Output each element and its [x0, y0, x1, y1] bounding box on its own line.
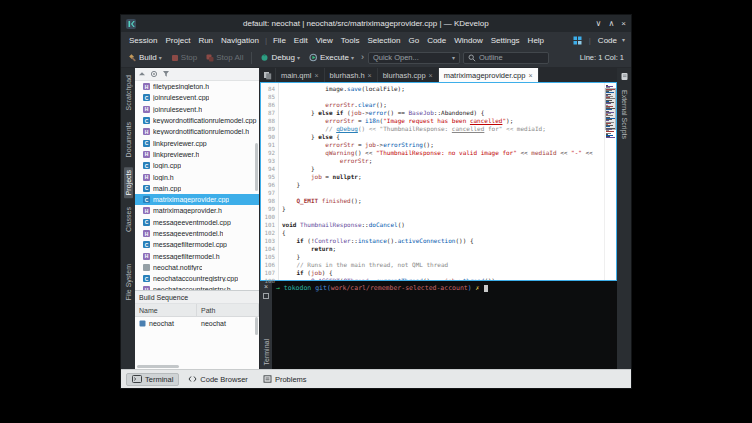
locate-document-icon[interactable]: [150, 70, 158, 78]
dock-tab-projects[interactable]: Projects: [124, 167, 133, 198]
outline-input[interactable]: Outline: [463, 52, 549, 64]
line-number: 97: [261, 189, 275, 197]
tree-item-messageeventmodel-h[interactable]: Hmessageeventmodel.h: [135, 228, 259, 239]
minimap-scrollbar[interactable]: [604, 83, 616, 280]
doc-tab-main-qml[interactable]: main.qml×: [276, 68, 325, 82]
tree-item-messagefiltermodel-cpp[interactable]: Cmessagefiltermodel.cpp: [135, 239, 259, 250]
debug-button[interactable]: Debug▾: [257, 52, 303, 63]
menu-selection[interactable]: Selection: [364, 36, 405, 45]
detach-icon[interactable]: [263, 293, 269, 299]
doc-tab-blurhash-h[interactable]: blurhash.h×: [325, 68, 378, 82]
h-file-icon: H: [143, 253, 150, 260]
menu-edit[interactable]: Edit: [290, 36, 312, 45]
tree-item-joinrulesevent-cpp[interactable]: Cjoinrulesevent.cpp: [135, 92, 259, 103]
close-icon[interactable]: ×: [314, 72, 318, 79]
terminal-dock-tab[interactable]: Terminal: [263, 339, 270, 365]
close-button[interactable]: ×: [621, 20, 626, 28]
file-name: linkpreviewer.h: [153, 151, 199, 158]
line-number: 108: [261, 277, 275, 285]
tree-item-messageeventmodel-cpp[interactable]: Cmessageeventmodel.cpp: [135, 217, 259, 228]
menu-help[interactable]: Help: [524, 36, 548, 45]
terminal-screen[interactable]: → tokodon git(work/carl/remember-selecte…: [272, 281, 617, 369]
build-sequence-vscrollbar[interactable]: [255, 317, 258, 335]
stop-all-button[interactable]: Stop All: [203, 52, 246, 63]
build-sequence-title: Build Sequence: [135, 291, 259, 304]
tree-item-linkpreviewer-h[interactable]: Hlinkpreviewer.h: [135, 149, 259, 160]
line-number: 107: [261, 269, 275, 277]
tree-scrollbar[interactable]: [255, 143, 258, 191]
build-button[interactable]: Build▾: [125, 52, 165, 63]
menu-run[interactable]: Run: [194, 36, 217, 45]
code-editor[interactable]: 8485868788899091929394959697989910010110…: [260, 82, 617, 281]
code-line: errorStr.clear();: [282, 101, 604, 109]
build-sequence-hscrollbar[interactable]: [137, 365, 179, 368]
tree-item-keywordnotificationrulemodel-h[interactable]: Hkeywordnotificationrulemodel.h: [135, 126, 259, 137]
dock-tab-classes[interactable]: Classes: [124, 204, 133, 235]
dock-tab-documents[interactable]: Documents: [124, 119, 133, 160]
terminal-toggle[interactable]: Terminal: [126, 373, 179, 386]
cpp-file-icon: C: [143, 162, 150, 169]
tree-item-main-cpp[interactable]: Cmain.cpp: [135, 183, 259, 194]
menu-code[interactable]: Code: [423, 36, 450, 45]
window-title: default: neochat | neochat/src/matrixima…: [140, 19, 592, 28]
minimize-button[interactable]: ∨: [596, 20, 602, 28]
code-browser-toggle[interactable]: Code Browser: [182, 373, 254, 386]
toolbar-button-label: Build: [139, 53, 157, 62]
tree-item-matriximageprovider-cpp[interactable]: Cmatriximageprovider.cpp: [135, 194, 259, 205]
menu-tools[interactable]: Tools: [337, 36, 364, 45]
dock-tab-file-system[interactable]: File System: [124, 261, 133, 304]
tree-item-joinrulesevent-h[interactable]: Hjoinrulesevent.h: [135, 104, 259, 115]
kdevelop-window: default: neochat | neochat/src/matrixima…: [120, 14, 632, 389]
menu-navigation[interactable]: Navigation: [217, 36, 263, 45]
prompt-segment: →: [276, 284, 284, 292]
doc-tab-matriximageprovider-cpp[interactable]: matriximageprovider.cpp×: [439, 68, 539, 82]
tree-item-keywordnotificationrulemodel-cpp[interactable]: Ckeywordnotificationrulemodel.cpp: [135, 115, 259, 126]
tree-item-messagefiltermodel-h[interactable]: Hmessagefiltermodel.h: [135, 250, 259, 261]
menu-project[interactable]: Project: [161, 36, 194, 45]
menu-settings[interactable]: Settings: [487, 36, 524, 45]
problems-toggle[interactable]: Problems: [257, 373, 313, 386]
toolbar-button-label: Execute: [320, 53, 349, 62]
menu-view[interactable]: View: [312, 36, 337, 45]
dock-tab-scratchpad[interactable]: Scratchpad: [124, 72, 133, 113]
toolbar-overflow-chevron[interactable]: ›: [360, 53, 365, 62]
build-sequence-row[interactable]: neochatneochat: [135, 317, 259, 329]
code-view[interactable]: image.save(localFile); errorStr.clear();…: [279, 83, 604, 280]
dock-tab-external-scripts[interactable]: External Scripts: [620, 87, 629, 142]
tree-item-neochataccountregistry-cpp[interactable]: Cneochataccountregistry.cpp: [135, 273, 259, 284]
stop-button[interactable]: Stop: [168, 52, 200, 63]
tree-item-filetypesingleton-h[interactable]: Hfiletypesingleton.h: [135, 81, 259, 92]
maximize-button[interactable]: ∧: [608, 20, 614, 28]
quick-open-input[interactable]: Quick Open... ▾: [368, 52, 460, 64]
column-path[interactable]: Path: [197, 304, 259, 316]
code-area-switcher[interactable]: Code: [598, 36, 617, 45]
menu-session[interactable]: Session: [125, 36, 161, 45]
line-number: 92: [261, 149, 275, 157]
line-number: 94: [261, 165, 275, 173]
tree-item-matriximageprovider-h[interactable]: Hmatriximageprovider.h: [135, 205, 259, 216]
file-name: neochataccountregistry.cpp: [153, 275, 238, 282]
tree-item-login-h[interactable]: Hlogin.h: [135, 171, 259, 182]
close-icon[interactable]: ×: [368, 72, 372, 79]
prompt-segment: tokodon: [284, 284, 315, 292]
activities-grid-icon[interactable]: [573, 36, 582, 45]
menu-file[interactable]: File: [269, 36, 290, 45]
tree-item-login-cpp[interactable]: Clogin.cpp: [135, 160, 259, 171]
close-icon[interactable]: ×: [528, 72, 532, 79]
cpp-file-icon: C: [143, 94, 150, 101]
document-grid-icon[interactable]: [263, 71, 272, 80]
tree-item-linkpreviewer-cpp[interactable]: Clinkpreviewer.cpp: [135, 137, 259, 148]
filter-icon[interactable]: [162, 70, 170, 78]
doc-tab-blurhash-cpp[interactable]: blurhash.cpp×: [378, 68, 439, 82]
close-icon[interactable]: ×: [429, 72, 433, 79]
column-name[interactable]: Name: [135, 304, 197, 316]
tree-item-neochat-notifyrc[interactable]: neochat.notifyrc: [135, 262, 259, 273]
menu-go[interactable]: Go: [404, 36, 423, 45]
minimap-view-indicator[interactable]: [605, 88, 616, 130]
collapse-all-icon[interactable]: [138, 70, 146, 78]
chevron-down-icon: ▾: [452, 55, 455, 61]
menu-window[interactable]: Window: [450, 36, 486, 45]
titlebar[interactable]: default: neochat | neochat/src/matrixima…: [121, 15, 631, 32]
execute-button[interactable]: Execute▾: [306, 52, 357, 63]
file-name: main.cpp: [153, 185, 181, 192]
